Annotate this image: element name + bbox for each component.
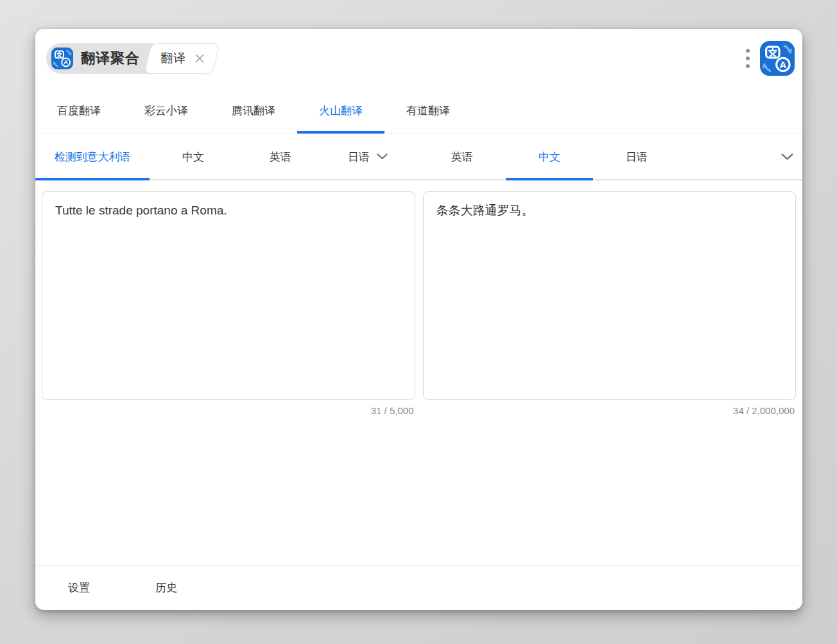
target-language-group: 英语 中文 日语 <box>418 134 802 179</box>
service-tab-label: 腾讯翻译 <box>232 103 275 118</box>
service-tab-label: 有道翻译 <box>406 103 450 118</box>
lang-label: 日语 <box>348 150 370 164</box>
target-pane: 34 / 2,000,000 <box>423 191 797 416</box>
target-lang-english[interactable]: 英语 <box>418 134 506 179</box>
chevron-down-icon[interactable] <box>377 153 388 160</box>
service-tab-baidu[interactable]: 百度翻译 <box>35 88 123 134</box>
lang-label: 中文 <box>182 150 204 164</box>
header-actions <box>745 41 795 76</box>
service-tab-caiyun[interactable]: 彩云小译 <box>123 88 210 134</box>
window-header: 翻译聚合 翻译 <box>35 29 802 88</box>
page-tab-label: 翻译 <box>160 50 186 67</box>
target-char-count: 34 / 2,000,000 <box>423 405 797 416</box>
service-tab-volcano[interactable]: 火山翻译 <box>297 88 384 134</box>
app-title: 翻译聚合 <box>81 49 140 68</box>
target-lang-expand[interactable] <box>772 134 802 179</box>
target-text-output[interactable] <box>423 191 797 400</box>
service-tab-label: 百度翻译 <box>57 103 101 118</box>
lang-label: 英语 <box>270 150 291 164</box>
source-lang-english[interactable]: 英语 <box>237 134 324 179</box>
lang-label: 日语 <box>626 150 648 164</box>
language-bar-spacer <box>680 134 772 179</box>
language-bar: 检测到意大利语 中文 英语 日语 英语 中文 日语 <box>35 134 802 180</box>
history-button[interactable]: 历史 <box>123 580 210 595</box>
lang-label: 中文 <box>539 150 560 164</box>
lang-label: 英语 <box>451 150 473 164</box>
footer-bar: 设置 历史 <box>35 565 802 610</box>
settings-button[interactable]: 设置 <box>35 580 123 595</box>
source-char-count: 31 / 5,000 <box>42 405 415 416</box>
translate-logo-icon[interactable] <box>760 41 795 76</box>
kebab-menu-icon[interactable] <box>745 46 751 71</box>
close-icon[interactable] <box>192 51 207 66</box>
source-lang-detected[interactable]: 检测到意大利语 <box>35 134 150 179</box>
service-tabs: 百度翻译 彩云小译 腾讯翻译 火山翻译 有道翻译 <box>35 88 802 134</box>
source-lang-japanese[interactable]: 日语 <box>324 134 411 179</box>
source-text-input[interactable] <box>42 191 415 400</box>
page-tab[interactable]: 翻译 <box>144 43 220 74</box>
service-tab-tencent[interactable]: 腾讯翻译 <box>210 88 297 134</box>
history-label: 历史 <box>155 582 177 594</box>
source-language-group: 检测到意大利语 中文 英语 日语 <box>35 134 418 179</box>
source-pane: 31 / 5,000 <box>42 191 415 416</box>
translation-area: 31 / 5,000 34 / 2,000,000 <box>35 180 802 565</box>
target-lang-japanese[interactable]: 日语 <box>593 134 680 179</box>
lang-label: 检测到意大利语 <box>55 150 131 164</box>
settings-label: 设置 <box>68 582 90 594</box>
translator-window: 翻译聚合 翻译 百度翻译 彩云小译 腾讯翻译 火山翻译 有道翻译 <box>35 29 802 610</box>
translate-app-icon <box>51 48 73 69</box>
service-tab-label: 火山翻译 <box>319 103 363 118</box>
service-tab-label: 彩云小译 <box>144 103 188 118</box>
source-lang-chinese[interactable]: 中文 <box>150 134 237 179</box>
chevron-down-icon <box>781 153 793 161</box>
service-tab-youdao[interactable]: 有道翻译 <box>384 88 472 134</box>
target-lang-chinese[interactable]: 中文 <box>506 134 593 179</box>
header-tab-group: 翻译聚合 翻译 <box>46 43 216 74</box>
